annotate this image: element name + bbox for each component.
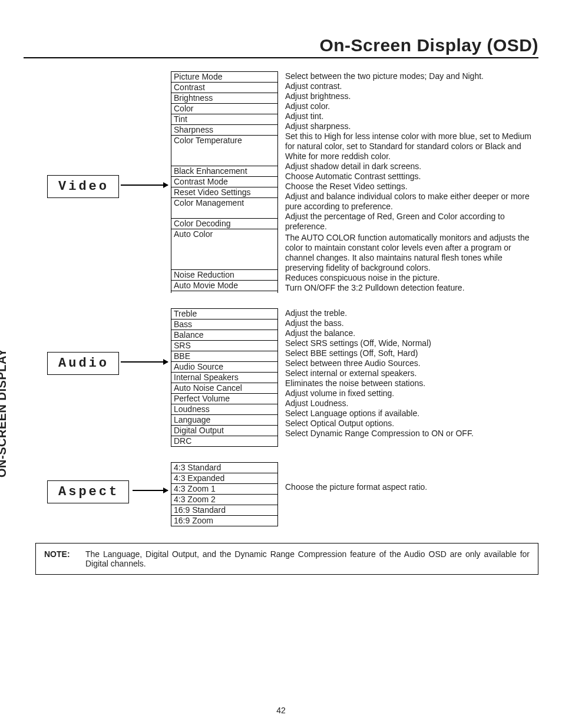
menu-item: BBE — [171, 351, 277, 362]
category-box-video: Video — [47, 175, 119, 198]
menu-item: Contrast — [171, 83, 277, 93]
item-desc: Adjust tint. — [284, 111, 538, 121]
osd-diagram: Video Picture Mode Contrast Brightness C… — [50, 71, 538, 526]
item-desc: Adjust volume in fixed setting. — [284, 388, 475, 398]
section-audio: Audio Treble Bass Balance SRS BBE Audio … — [50, 308, 538, 447]
item-desc: Choose the picture format aspect ratio. — [284, 482, 428, 492]
item-desc: Select SRS settings (Off, Wide, Normal) — [284, 338, 475, 348]
item-desc: Select between three Audio Sources. — [284, 358, 475, 368]
menu-item: Digital Output — [171, 426, 277, 436]
page-number: 42 — [0, 706, 562, 715]
note-box: NOTE: The Language, Digital Output, and … — [35, 543, 538, 575]
menu-item: SRS — [171, 341, 277, 351]
item-desc: Reduces conspicuous noise in the picture… — [284, 273, 538, 283]
menu-item: Auto Color — [171, 229, 277, 270]
menu-item: 16:9 Zoom — [171, 516, 277, 526]
menu-item: Balance — [171, 330, 277, 341]
side-tab-label: ON-SCREEN DISPLAY — [0, 348, 9, 477]
item-desc: Turn ON/OFF the 3:2 Pulldown detection f… — [284, 283, 538, 293]
item-desc — [284, 462, 428, 472]
item-desc: Adjust Loudness. — [284, 398, 475, 409]
item-desc: Select Optical Output options. — [284, 419, 475, 429]
category-box-audio: Audio — [47, 352, 119, 375]
item-desc: Eliminates the noise between stations. — [284, 378, 475, 388]
menu-item: Perfect Volume — [171, 394, 277, 404]
item-desc: Adjust shadow detail in dark screens. — [284, 162, 538, 172]
page-title: On-Screen Display (OSD) — [24, 35, 538, 58]
item-desc: Adjust the balance. — [284, 328, 475, 338]
arrow-icon — [133, 490, 168, 491]
menu-item: 16:9 Standard — [171, 505, 277, 516]
menu-item: Auto Movie Mode — [171, 281, 277, 291]
item-desc: Select Language options if available. — [284, 409, 475, 419]
menu-item: Black Enhancement — [171, 166, 277, 177]
menu-item: Sharpness — [171, 125, 277, 136]
item-desc: Choose Automatic Contrast setttings. — [284, 172, 538, 182]
menu-item: Loudness — [171, 404, 277, 415]
item-desc: Select Dynamic Range Compression to ON o… — [284, 429, 475, 439]
menu-item: Noise Reduction — [171, 270, 277, 281]
category-box-aspect: Aspect — [47, 480, 129, 503]
video-descriptions: Select between the two picture modes; Da… — [278, 71, 538, 293]
arrow-icon — [121, 185, 168, 186]
video-items: Picture Mode Contrast Brightness Color T… — [171, 71, 278, 293]
menu-item: Color Temperature — [171, 136, 277, 166]
item-desc: Adjust the bass. — [284, 318, 475, 328]
arrow-icon — [121, 361, 168, 363]
aspect-descriptions: Choose the picture format aspect ratio. — [278, 462, 428, 526]
section-aspect: Aspect 4:3 Standard 4:3 Expanded 4:3 Zoo… — [50, 462, 538, 526]
note-text: The Language, Digital Output, and the Dy… — [85, 549, 530, 568]
menu-item: Bass — [171, 319, 277, 330]
note-label: NOTE: — [44, 549, 85, 568]
item-desc: Adjust sharpness. — [284, 121, 538, 131]
menu-item: Language — [171, 415, 277, 426]
aspect-items: 4:3 Standard 4:3 Expanded 4:3 Zoom 1 4:3… — [171, 462, 278, 526]
item-desc: Adjust brightness. — [284, 91, 538, 101]
menu-item: Brightness — [171, 93, 277, 104]
menu-item: Auto Noise Cancel — [171, 383, 277, 394]
item-desc: Adjust contrast. — [284, 81, 538, 91]
menu-item: Color — [171, 104, 277, 114]
menu-item: Internal Speakers — [171, 373, 277, 383]
audio-descriptions: Adjust the treble. Adjust the bass. Adju… — [278, 308, 475, 447]
menu-item: Color Management — [171, 198, 277, 219]
menu-item: DRC — [171, 436, 277, 447]
item-desc: Select between the two picture modes; Da… — [284, 71, 538, 81]
item-desc: Select BBE settings (Off, Soft, Hard) — [284, 348, 475, 358]
menu-item: Tint — [171, 114, 277, 125]
menu-item: 4:3 Expanded — [171, 473, 277, 484]
item-desc: Set this to High for less intense color … — [284, 131, 538, 162]
menu-item: Picture Mode — [171, 72, 277, 83]
item-desc: Select internal or external speakers. — [284, 368, 475, 378]
manual-page: On-Screen Display (OSD) Video Picture Mo… — [0, 0, 562, 728]
menu-item: Treble — [171, 309, 277, 319]
item-desc: Adjust the percentage of Red, Green and … — [284, 212, 538, 232]
item-desc: Adjust color. — [284, 101, 538, 111]
menu-item: 4:3 Standard — [171, 463, 277, 473]
item-desc: The AUTO COLOR function automatically mo… — [284, 233, 538, 273]
menu-item: Reset Video Settings — [171, 187, 277, 198]
item-desc: Choose the Reset Video settings. — [284, 182, 538, 192]
item-desc: Adjust the treble. — [284, 308, 475, 318]
menu-item: Color Decoding — [171, 219, 277, 229]
menu-item: Audio Source — [171, 362, 277, 373]
section-video: Video Picture Mode Contrast Brightness C… — [50, 71, 538, 293]
menu-item: 4:3 Zoom 2 — [171, 495, 277, 505]
menu-item: 4:3 Zoom 1 — [171, 484, 277, 495]
audio-items: Treble Bass Balance SRS BBE Audio Source… — [171, 308, 278, 447]
item-desc — [284, 472, 428, 482]
menu-item: Contrast Mode — [171, 177, 277, 187]
item-desc: Adjust and balance individual colors to … — [284, 192, 538, 212]
